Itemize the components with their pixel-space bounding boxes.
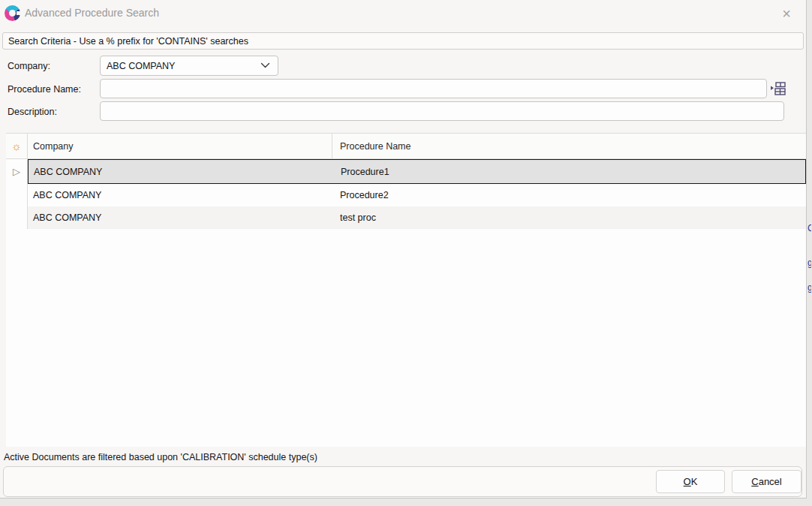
table-row[interactable]: ABC COMPANY Procedure2 <box>6 184 806 206</box>
cell-company: ABC COMPANY <box>28 184 332 206</box>
cell-procedure-name: Procedure1 <box>333 160 805 183</box>
close-icon[interactable]: × <box>775 2 798 25</box>
edge-text-fragment: g <box>807 258 811 268</box>
grid-header-row: ☼ Company Procedure Name <box>6 134 806 159</box>
title-bar: Advanced Procedure Search × <box>0 0 806 27</box>
company-label: Company: <box>8 61 50 71</box>
dialog-title: Advanced Procedure Search <box>25 7 159 19</box>
description-input[interactable] <box>100 101 784 121</box>
ok-button[interactable]: OK <box>656 470 725 493</box>
screen: Advanced Procedure Search × Search Crite… <box>0 0 812 506</box>
table-row[interactable]: ABC COMPANY test proc <box>6 206 806 229</box>
cell-procedure-name: test proc <box>332 206 806 229</box>
row-indicator-arrow-icon: ▷ <box>6 159 28 184</box>
advanced-procedure-search-dialog: Advanced Procedure Search × Search Crite… <box>0 0 807 498</box>
edge-text-fragment: C <box>807 223 811 233</box>
sun-icon: ☼ <box>11 140 22 152</box>
app-logo-icon <box>5 5 20 21</box>
procedure-name-label: Procedure Name: <box>8 84 81 95</box>
column-header-procedure-name[interactable]: Procedure Name <box>332 134 806 158</box>
cancel-button[interactable]: Cancel <box>732 470 801 493</box>
search-criteria-header: Search Criteria - Use a % prefix for 'CO… <box>2 32 804 50</box>
cell-procedure-name: Procedure2 <box>332 184 806 206</box>
cell-company: ABC COMPANY <box>29 160 333 183</box>
procedure-name-input[interactable] <box>100 79 767 98</box>
background-window-edge: C g g <box>807 0 812 506</box>
company-dropdown-value: ABC COMPANY <box>107 61 175 71</box>
column-header-company[interactable]: Company <box>28 134 332 158</box>
grid-corner-cell: ☼ <box>6 134 28 158</box>
company-dropdown[interactable]: ABC COMPANY <box>100 56 278 76</box>
description-label: Description: <box>8 107 57 117</box>
chevron-down-icon <box>260 62 270 69</box>
status-text: Active Documents are filtered based upon… <box>4 452 317 462</box>
cell-company: ABC COMPANY <box>28 206 332 229</box>
results-grid: ☼ Company Procedure Name ▷ ABC COMPANY P… <box>6 133 806 447</box>
row-indicator <box>6 184 28 206</box>
row-indicator <box>6 206 28 229</box>
table-row[interactable]: ▷ ABC COMPANY Procedure1 <box>6 159 806 184</box>
lookup-grid-icon[interactable] <box>769 80 786 97</box>
edge-text-fragment: g <box>807 282 811 293</box>
